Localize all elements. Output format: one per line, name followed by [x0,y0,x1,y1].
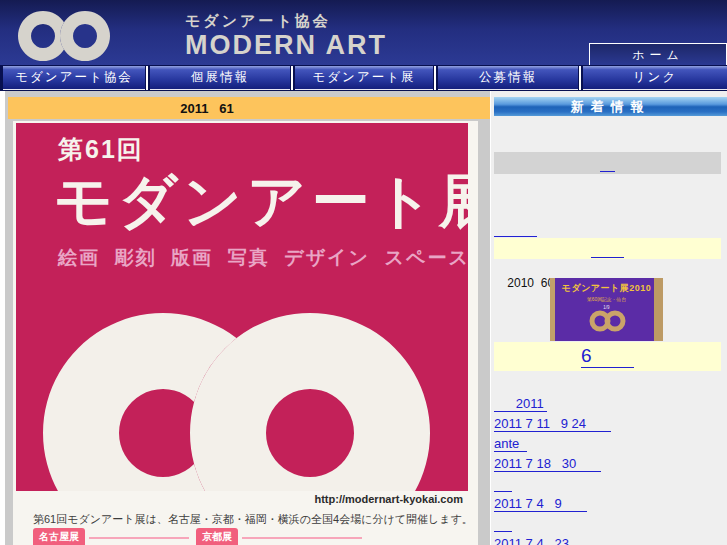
news-list-item: 2011 7 18 30 [494,454,611,474]
nav-item-links[interactable]: リンク [583,66,727,90]
brand-title-en: MODERN ART [185,31,387,59]
poster-title: モダンアート展 [54,163,468,241]
sidebar-gray-bar [494,152,721,174]
venue-badge-nagoya: 名古屋展 [33,528,85,545]
news-link[interactable]: 2011 7 4 9 [494,496,587,512]
news-list-item: 2011 [494,394,611,414]
banner-title: モダンアート展2010 [550,282,663,295]
sidebar-link-6[interactable]: 6 [581,345,634,368]
brand-title-jp: モダンアート協会 [185,12,387,31]
nav-item-modern-art-exhibition[interactable]: モダンアート展 [295,66,433,90]
venue-divider-line [89,537,189,539]
page: モダンアート協会 MODERN ART ホーム モダンアート協会 個展情報 モダ… [0,0,727,545]
home-button[interactable]: ホーム [589,43,727,67]
sidebar-link[interactable] [591,242,624,258]
sidebar-yellow-bar: 6 [494,342,721,371]
modern-art-rings-logo-icon [12,7,120,63]
poster-genres: 絵画 彫刻 版画 写真 デザイン スペースアート [58,245,468,271]
nav-item-solo-exhibitions[interactable]: 個展情報 [150,66,290,90]
brand: モダンアート協会 MODERN ART [185,12,387,59]
poster-rings-logo-icon [16,306,468,491]
news-link[interactable] [494,516,512,532]
nav-separator [291,66,293,90]
sidebar-yellow-bar [494,238,721,259]
poster-artwork: 第61回 モダンアート展 絵画 彫刻 版画 写真 デザイン スペースアート [16,123,468,491]
banner-page-number: 1/9 [564,305,649,310]
main-nav: モダンアート協会 個展情報 モダンアート展 公募情報 リンク [0,65,727,91]
year-title-bar: 2011 61 [8,97,490,119]
poster-description: 第61回モダンアート展は、名古屋・京都・福岡・横浜の全国4会場に分けて開催します… [33,512,473,527]
label-2010-60: 2010 60 [507,276,554,290]
poster-website-url: http://modernart-kyokai.com [314,493,463,505]
banner-modern-art-2010[interactable]: モダンアート展2010 第60回記念・仙台 1/9 絵画・彫刻・版画・写真・デザ… [550,278,663,341]
news-header: 新着情報 [494,97,727,116]
site-header: モダンアート協会 MODERN ART ホーム [0,0,727,65]
venue-badge-kyoto: 京都展 [196,528,238,545]
venue-divider-line [242,537,362,539]
news-list-item: 2011 7 11 9 24 [494,414,611,434]
exhibition-poster: 第61回 モダンアート展 絵画 彫刻 版画 写真 デザイン スペースアート ht… [13,121,478,545]
banner-rings-logo-icon [577,310,637,334]
news-link[interactable]: 2011 7 18 30 [494,456,601,472]
news-link[interactable]: ante [494,436,527,452]
news-link[interactable]: 2011 7 4 23 [494,536,569,545]
nav-separator [146,66,148,90]
nav-item-open-call[interactable]: 公募情報 [438,66,578,90]
nav-separator [579,66,581,90]
sidebar-link[interactable] [494,221,537,237]
nav-item-association[interactable]: モダンアート協会 [3,66,145,90]
banner-subtitle: 第60回記念・仙台 [561,296,651,303]
sidebar-link[interactable] [600,156,614,172]
news-list: 2011 2011 7 11 9 24 ante 2011 7 18 30 20… [494,394,611,545]
banner-genres: 絵画・彫刻・版画・写真・デザイン・スペースアート [567,340,646,341]
news-list-item: ante [494,434,611,454]
news-list-item [494,474,611,494]
nav-separator [434,66,436,90]
poster-edition-label: 第61回 [58,133,144,166]
news-link[interactable]: 2011 [494,396,547,412]
news-list-item [494,514,611,534]
news-list-item: 2011 7 4 9 [494,494,611,514]
news-link[interactable]: 2011 7 11 9 24 [494,416,611,432]
news-list-item: 2011 7 4 23 [494,534,611,545]
venue-row: 名古屋展 京都展 [33,528,369,545]
news-link[interactable] [494,476,512,492]
